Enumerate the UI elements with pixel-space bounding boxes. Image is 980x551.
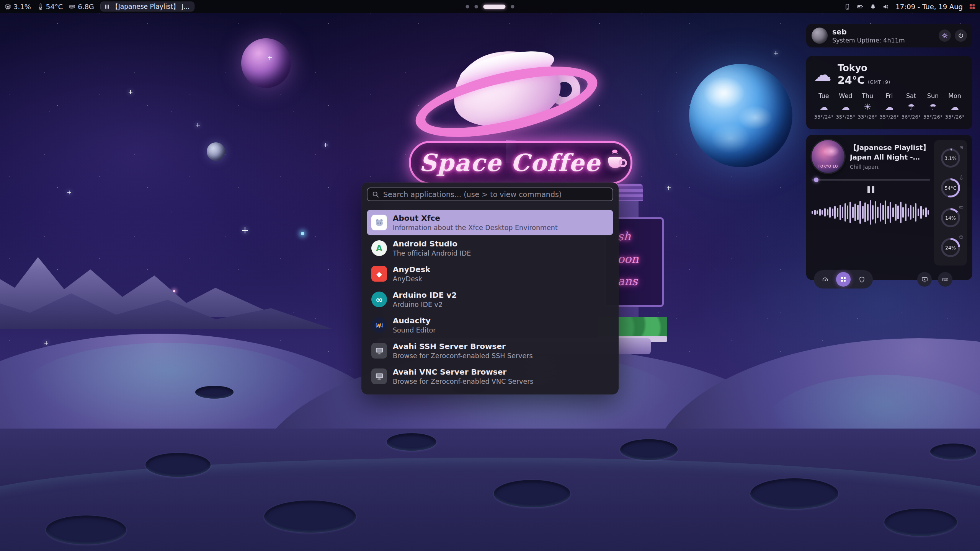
result-title: Avahi VNC Server Browser xyxy=(393,368,533,377)
result-avahi-vnc[interactable]: Avahi VNC Server Browser Browse for Zero… xyxy=(367,364,613,389)
profile-card: seb System Uptime: 4h11m xyxy=(806,24,972,47)
widget-switcher xyxy=(814,270,873,289)
crater xyxy=(46,515,126,544)
disk-gauge: 24% xyxy=(934,233,967,262)
pause-icon xyxy=(105,5,109,9)
now-playing-pill[interactable]: 【Japanese Playlist】 J... xyxy=(100,2,195,11)
workspace-dot[interactable] xyxy=(511,5,514,8)
result-arduino-ide[interactable]: ∞ Arduino IDE v2 Arduino IDE v2 xyxy=(367,287,613,312)
result-desc: Arduino IDE v2 xyxy=(393,301,457,308)
result-about-xfce[interactable]: About Xfce Information about the Xfce De… xyxy=(367,210,613,235)
track-title: 【Japanese Playlist】 Japan All Night - To… xyxy=(850,143,930,162)
username: seb xyxy=(832,28,905,36)
battery-icon[interactable] xyxy=(857,3,864,10)
result-desc: Browse for Zeroconf-enabled SSH Servers xyxy=(393,352,533,360)
crater xyxy=(884,509,957,536)
system-stats: 3.1% 54°C 14% 24% xyxy=(934,140,967,266)
result-desc: Sound Editor xyxy=(393,326,436,334)
forecast-icon: ☁ xyxy=(814,102,834,112)
result-audacity[interactable]: Audacity Sound Editor xyxy=(367,312,613,338)
android-studio-icon: A xyxy=(371,240,387,256)
result-android-studio[interactable]: A Android Studio The official Android ID… xyxy=(367,235,613,261)
weather-timezone: (GMT+9) xyxy=(868,79,890,85)
media-stats-card: TOKYO LO 【Japanese Playlist】 Japan All N… xyxy=(806,135,972,280)
widgets-button[interactable] xyxy=(836,272,851,287)
result-title: AnyDesk xyxy=(393,265,430,274)
now-playing-text: 【Japanese Playlist】 J... xyxy=(112,2,190,11)
result-desc: AnyDesk xyxy=(393,275,430,283)
result-anydesk[interactable]: ◆ AnyDesk AnyDesk xyxy=(367,261,613,287)
workspace-active[interactable] xyxy=(483,5,506,9)
weather-cloud-icon: ☁ xyxy=(814,66,831,83)
forecast-row: Tue☁33°/24° Wed☁35°/25° Thu☀33°/26° Fri☁… xyxy=(814,92,965,120)
crater xyxy=(145,453,211,477)
thermometer-icon xyxy=(37,3,44,10)
audacity-icon xyxy=(371,317,387,333)
weather-temp: 24°C xyxy=(838,74,865,86)
workspace-indicator xyxy=(466,0,514,13)
weather-card: ☁ Tokyo 24°C (GMT+9) Tue☁33°/24° Wed☁35°… xyxy=(806,56,972,129)
top-panel: 3.1% 54°C 6.8G 【Japanese Playlist】 J... xyxy=(0,0,980,13)
workspace-dot[interactable] xyxy=(466,5,469,8)
memory-indicator[interactable]: 6.8G xyxy=(69,3,94,11)
pause-button[interactable] xyxy=(866,186,876,193)
forecast-icon: ☂ xyxy=(923,102,943,112)
seek-knob[interactable] xyxy=(814,178,818,182)
cpu-indicator[interactable]: 3.1% xyxy=(5,3,31,11)
coffee-cup-icon xyxy=(608,157,622,168)
crater xyxy=(195,386,234,399)
search-icon xyxy=(372,191,379,198)
settings-button[interactable] xyxy=(939,29,951,42)
screen-play-icon xyxy=(921,276,928,283)
cpu-icon xyxy=(5,3,11,10)
result-title: Avahi SSH Server Browser xyxy=(393,342,533,351)
weather-city: Tokyo xyxy=(838,63,890,73)
forecast-day: Sat☂36°/26° xyxy=(901,92,921,120)
keyboard-button[interactable] xyxy=(938,272,952,287)
launcher-search[interactable] xyxy=(367,187,613,201)
clock[interactable]: 17:09 - Tue, 19 Aug xyxy=(895,3,963,11)
cpu-gauge: 3.1% xyxy=(934,143,967,173)
forecast-day: Mon☁33°/26° xyxy=(945,92,965,120)
shield-button[interactable] xyxy=(854,272,869,287)
device-actions xyxy=(917,272,952,287)
result-desc: The official Android IDE xyxy=(393,249,471,257)
crater xyxy=(264,500,356,533)
workspace-dot[interactable] xyxy=(475,5,478,8)
arduino-icon: ∞ xyxy=(371,292,387,307)
app-launcher: About Xfce Information about the Xfce De… xyxy=(361,183,619,395)
avatar xyxy=(812,28,828,44)
quick-actions xyxy=(812,270,967,289)
crater xyxy=(387,433,436,451)
result-avahi-ssh[interactable]: Avahi SSH Server Browser Browse for Zero… xyxy=(367,338,613,364)
power-button[interactable] xyxy=(955,29,967,42)
seek-bar[interactable] xyxy=(812,179,930,181)
result-title: Audacity xyxy=(393,316,436,325)
screencast-button[interactable] xyxy=(917,272,932,287)
temp-gauge: 54°C xyxy=(934,173,967,203)
result-title: About Xfce xyxy=(393,214,558,223)
keyboard-icon xyxy=(942,276,949,283)
album-art-label: TOKYO LO xyxy=(818,165,838,168)
forecast-day: Tue☁33°/24° xyxy=(814,92,834,120)
shield-icon xyxy=(859,276,865,283)
phone-icon[interactable] xyxy=(844,3,851,10)
album-art[interactable]: TOKYO LO xyxy=(812,140,844,173)
notification-bell-icon[interactable] xyxy=(870,3,876,10)
crater xyxy=(930,443,976,460)
forecast-day: Thu☀33°/26° xyxy=(858,92,877,120)
volume-icon[interactable] xyxy=(882,3,889,10)
media-player: TOKYO LO 【Japanese Playlist】 Japan All N… xyxy=(812,140,934,266)
temp-value: 54°C xyxy=(46,3,63,11)
grid-icon xyxy=(840,276,846,282)
temp-indicator[interactable]: 54°C xyxy=(37,3,63,11)
neon-sign-text: Space Coffee xyxy=(419,149,601,177)
xfce-icon xyxy=(371,215,387,230)
performance-button[interactable] xyxy=(818,272,832,287)
memory-gauge: 14% xyxy=(934,203,967,233)
forecast-icon: ☂ xyxy=(901,102,921,112)
launcher-results: About Xfce Information about the Xfce De… xyxy=(367,210,613,389)
search-input[interactable] xyxy=(383,190,608,199)
app-grid-icon[interactable] xyxy=(969,3,975,10)
track-subtitle: Chill Japan. xyxy=(850,164,930,170)
